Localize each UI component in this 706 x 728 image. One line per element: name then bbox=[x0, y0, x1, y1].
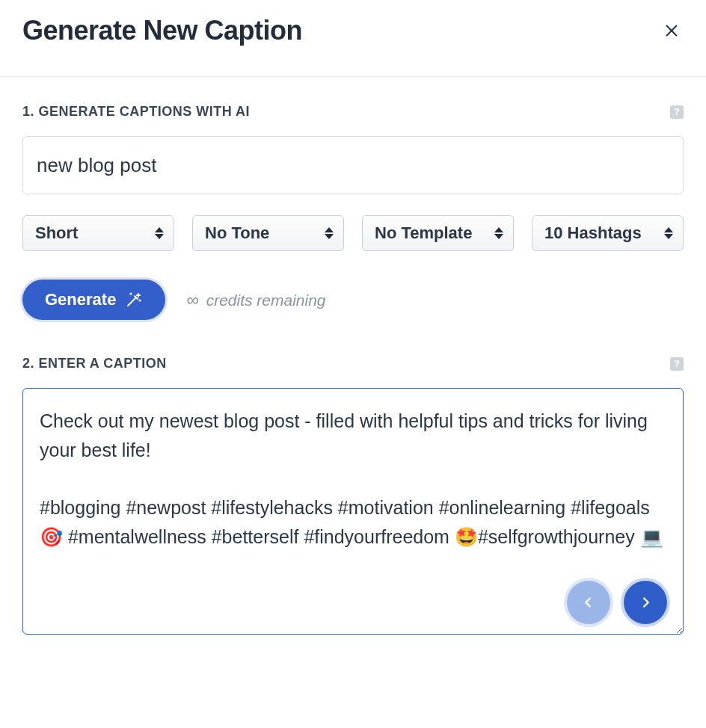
chevron-left-icon bbox=[580, 594, 597, 611]
prompt-input[interactable] bbox=[22, 136, 684, 194]
length-select-value: Short bbox=[35, 223, 78, 243]
next-caption-button[interactable] bbox=[624, 581, 667, 624]
modal-title: Generate New Caption bbox=[22, 15, 302, 46]
options-row: Short No Tone No Template 10 Hashtags bbox=[22, 215, 684, 251]
template-select-value: No Template bbox=[375, 223, 472, 243]
close-icon bbox=[663, 22, 680, 39]
prev-caption-button[interactable] bbox=[567, 581, 610, 624]
credits-remaining: ∞ credits remaining bbox=[186, 290, 325, 310]
chevron-right-icon bbox=[637, 594, 654, 611]
select-stepper-icon bbox=[154, 227, 165, 239]
generate-button-label: Generate bbox=[45, 290, 116, 309]
magic-wand-icon bbox=[125, 291, 143, 309]
caption-container bbox=[22, 388, 684, 638]
tone-select[interactable]: No Tone bbox=[192, 215, 344, 251]
tone-select-value: No Tone bbox=[205, 223, 269, 243]
help-icon[interactable]: ? bbox=[670, 357, 684, 371]
svg-point-2 bbox=[140, 300, 141, 300]
close-button[interactable] bbox=[660, 19, 684, 43]
credits-text: credits remaining bbox=[206, 291, 326, 309]
modal-header: Generate New Caption bbox=[0, 15, 706, 77]
section-1-header: 1. GENERATE CAPTIONS WITH AI ? bbox=[22, 104, 684, 120]
generate-caption-modal: Generate New Caption 1. GENERATE CAPTION… bbox=[0, 0, 706, 728]
select-stepper-icon bbox=[324, 227, 334, 239]
credits-symbol: ∞ bbox=[186, 290, 198, 309]
help-icon[interactable]: ? bbox=[670, 105, 684, 119]
section-1-label: 1. GENERATE CAPTIONS WITH AI bbox=[22, 104, 250, 120]
svg-point-3 bbox=[131, 293, 132, 294]
section-2-label: 2. ENTER A CAPTION bbox=[22, 356, 167, 371]
generate-row: Generate ∞ credits remaining bbox=[22, 280, 684, 320]
template-select[interactable]: No Template bbox=[362, 215, 514, 251]
hashtags-select-value: 10 Hashtags bbox=[544, 223, 642, 243]
generate-button[interactable]: Generate bbox=[22, 280, 165, 320]
section-2-header: 2. ENTER A CAPTION ? bbox=[22, 356, 684, 371]
hashtags-select[interactable]: 10 Hashtags bbox=[532, 215, 684, 251]
select-stepper-icon bbox=[494, 227, 504, 239]
select-stepper-icon bbox=[663, 227, 674, 239]
length-select[interactable]: Short bbox=[22, 215, 174, 251]
